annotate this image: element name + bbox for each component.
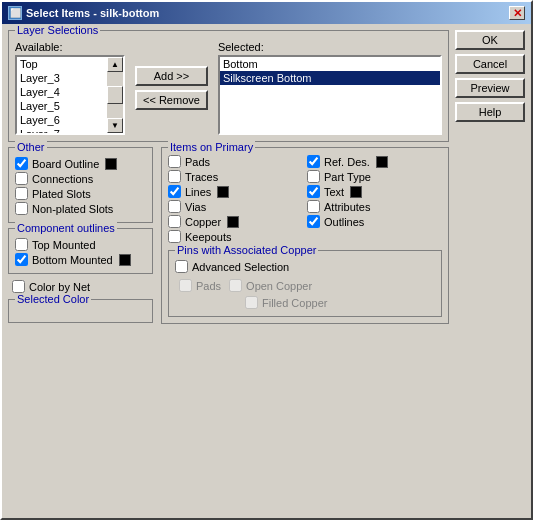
main-window: ⬜ Select Items - silk-bottom ✕ Layer Sel…: [0, 0, 533, 520]
copper-swatch[interactable]: [227, 216, 239, 228]
title-bar-left: ⬜ Select Items - silk-bottom: [8, 6, 159, 20]
pads-row: Pads: [168, 154, 303, 169]
list-item[interactable]: Layer_6: [17, 113, 107, 127]
non-plated-slots-checkbox[interactable]: [15, 202, 28, 215]
selected-section: Selected: Bottom Silkscreen Bottom: [218, 41, 442, 135]
selected-color-title: Selected Color: [15, 293, 91, 305]
pins-copper-content: Advanced Selection Pads Ope: [175, 257, 435, 310]
plated-slots-label: Plated Slots: [32, 188, 91, 200]
traces-row: Traces: [168, 169, 303, 184]
board-outline-row: Board Outline: [15, 156, 146, 171]
ref-des-checkbox[interactable]: [307, 155, 320, 168]
pads-copper-label: Pads: [196, 280, 221, 292]
pads-copper-checkbox: [179, 279, 192, 292]
component-outline-items: Top Mounted Bottom Mounted: [15, 233, 146, 267]
text-swatch[interactable]: [350, 186, 362, 198]
list-item[interactable]: Layer_3: [17, 71, 107, 85]
list-item[interactable]: Layer_4: [17, 85, 107, 99]
items-on-primary-group: Items on Primary Pads Traces: [161, 147, 449, 324]
selected-item[interactable]: Bottom: [220, 57, 440, 71]
lines-checkbox[interactable]: [168, 185, 181, 198]
title-bar: ⬜ Select Items - silk-bottom ✕: [2, 2, 531, 24]
copper-options: Pads Open Copper: [175, 274, 435, 293]
ok-button[interactable]: OK: [455, 30, 525, 50]
top-mounted-row: Top Mounted: [15, 237, 146, 252]
filled-copper-checkbox: [245, 296, 258, 309]
remove-button[interactable]: << Remove: [135, 90, 208, 110]
available-label: Available:: [15, 41, 125, 53]
scroll-up-button[interactable]: ▲: [107, 57, 123, 72]
filled-copper-label: Filled Copper: [262, 297, 327, 309]
outlines-checkbox[interactable]: [307, 215, 320, 228]
pads-checkbox[interactable]: [168, 155, 181, 168]
plated-slots-row: Plated Slots: [15, 186, 146, 201]
other-title: Other: [15, 141, 47, 153]
connections-checkbox[interactable]: [15, 172, 28, 185]
add-button[interactable]: Add >>: [135, 66, 208, 86]
list-item[interactable]: Layer_7: [17, 127, 107, 133]
part-type-checkbox[interactable]: [307, 170, 320, 183]
lines-label: Lines: [185, 186, 211, 198]
available-section: Available: Top Layer_3 Layer_4 Layer_5 L…: [15, 41, 125, 135]
ref-des-row: Ref. Des.: [307, 154, 442, 169]
scrollbar[interactable]: ▲ ▼: [107, 57, 123, 133]
pads-label: Pads: [185, 156, 210, 168]
advanced-selection-row: Advanced Selection: [175, 259, 435, 274]
traces-label: Traces: [185, 171, 218, 183]
text-checkbox[interactable]: [307, 185, 320, 198]
component-outlines-title: Component outlines: [15, 222, 117, 234]
layer-selections-title: Layer Selections: [15, 24, 100, 36]
non-plated-slots-row: Non-plated Slots: [15, 201, 146, 216]
list-item[interactable]: Layer_5: [17, 99, 107, 113]
items-grid: Pads Traces Lines: [168, 154, 442, 244]
left-panels: Other Board Outline Connections: [8, 147, 153, 324]
advanced-selection-label: Advanced Selection: [192, 261, 289, 273]
color-by-net-checkbox[interactable]: [12, 280, 25, 293]
top-mounted-label: Top Mounted: [32, 239, 96, 251]
text-row: Text: [307, 184, 442, 199]
side-buttons: OK Cancel Preview Help: [455, 30, 525, 512]
advanced-selection-checkbox[interactable]: [175, 260, 188, 273]
available-listbox[interactable]: Top Layer_3 Layer_4 Layer_5 Layer_6 Laye…: [15, 55, 125, 135]
board-outline-swatch[interactable]: [105, 158, 117, 170]
bottom-mounted-label: Bottom Mounted: [32, 254, 113, 266]
available-list-content: Top Layer_3 Layer_4 Layer_5 Layer_6 Laye…: [17, 57, 107, 133]
help-button[interactable]: Help: [455, 102, 525, 122]
selected-item[interactable]: Silkscreen Bottom: [220, 71, 440, 85]
scrollbar-thumb[interactable]: [107, 86, 123, 104]
board-outline-label: Board Outline: [32, 158, 99, 170]
bottom-mounted-checkbox[interactable]: [15, 253, 28, 266]
color-by-net-row: Color by Net: [8, 279, 153, 294]
traces-checkbox[interactable]: [168, 170, 181, 183]
top-mounted-checkbox[interactable]: [15, 238, 28, 251]
outlines-label: Outlines: [324, 216, 364, 228]
connections-row: Connections: [15, 171, 146, 186]
ref-des-swatch[interactable]: [376, 156, 388, 168]
board-outline-checkbox[interactable]: [15, 157, 28, 170]
items-right-col: Ref. Des. Part Type Text: [307, 154, 442, 244]
ref-des-label: Ref. Des.: [324, 156, 370, 168]
attributes-label: Attributes: [324, 201, 370, 213]
plated-slots-checkbox[interactable]: [15, 187, 28, 200]
vias-checkbox[interactable]: [168, 200, 181, 213]
part-type-label: Part Type: [324, 171, 371, 183]
selected-listbox[interactable]: Bottom Silkscreen Bottom: [218, 55, 442, 135]
keepouts-checkbox[interactable]: [168, 230, 181, 243]
text-label: Text: [324, 186, 344, 198]
close-button[interactable]: ✕: [509, 6, 525, 20]
bottom-mounted-swatch[interactable]: [119, 254, 131, 266]
scroll-down-button[interactable]: ▼: [107, 118, 123, 133]
other-items: Board Outline Connections Plated Slots: [15, 152, 146, 216]
selected-list-content: Bottom Silkscreen Bottom: [220, 57, 440, 133]
layer-selections-content: Available: Top Layer_3 Layer_4 Layer_5 L…: [15, 35, 442, 135]
preview-button[interactable]: Preview: [455, 78, 525, 98]
color-by-net-label: Color by Net: [29, 281, 90, 293]
copper-checkbox[interactable]: [168, 215, 181, 228]
lines-swatch[interactable]: [217, 186, 229, 198]
attributes-checkbox[interactable]: [307, 200, 320, 213]
cancel-button[interactable]: Cancel: [455, 54, 525, 74]
connections-label: Connections: [32, 173, 93, 185]
window-title: Select Items - silk-bottom: [26, 7, 159, 19]
list-item[interactable]: Top: [17, 57, 107, 71]
vias-label: Vias: [185, 201, 206, 213]
